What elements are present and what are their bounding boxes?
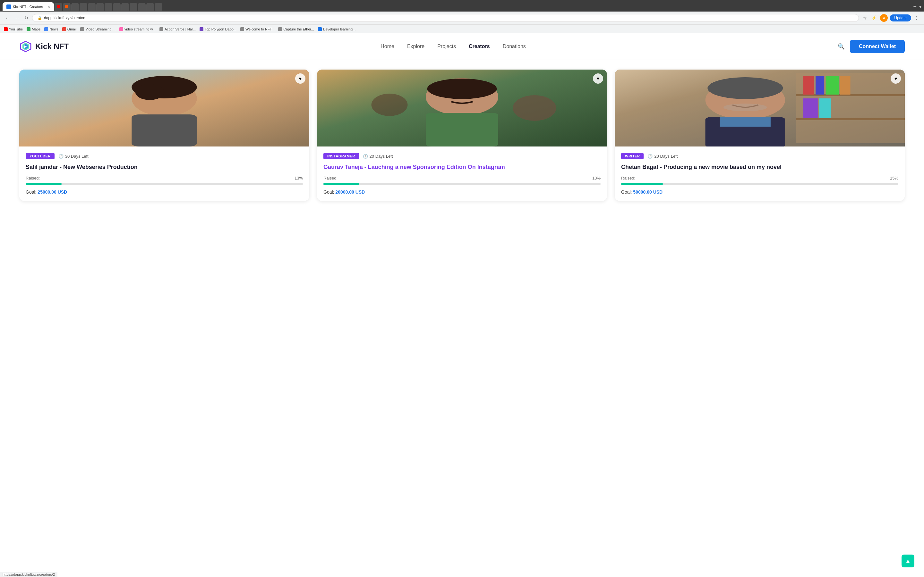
cards-section: ♥ YOUTUBER 🕐 30 Days Left Salil jamdar -… bbox=[0, 60, 924, 211]
svg-point-14 bbox=[427, 79, 497, 99]
tab-item[interactable] bbox=[155, 3, 162, 11]
creator-card-1: ♥ YOUTUBER 🕐 30 Days Left Salil jamdar -… bbox=[19, 69, 309, 201]
tab-title: KickNFT - Creators bbox=[13, 5, 45, 9]
scroll-to-top-button[interactable]: ▲ bbox=[901, 554, 914, 567]
nav-home[interactable]: Home bbox=[381, 44, 394, 49]
active-tab[interactable]: KickNFT - Creators ✕ bbox=[3, 2, 54, 11]
card-title-2[interactable]: Gaurav Taneja - Lauching a new Sponsorin… bbox=[323, 163, 601, 171]
clock-icon-2: 🕐 bbox=[363, 154, 368, 159]
nav-links: Home Explore Projects Creators Donations bbox=[381, 44, 526, 49]
raised-percent-1: 13% bbox=[294, 176, 303, 181]
bookmark-label: Action Verbs | Har... bbox=[165, 27, 196, 31]
tab-item[interactable] bbox=[121, 3, 129, 11]
tab-item[interactable] bbox=[129, 3, 137, 11]
bookmark-news[interactable]: News bbox=[44, 27, 58, 31]
card-heart-2[interactable]: ♥ bbox=[593, 73, 603, 84]
extensions-button[interactable]: ⚡ bbox=[870, 14, 878, 22]
svg-rect-21 bbox=[816, 76, 824, 95]
tab-item[interactable] bbox=[71, 3, 79, 11]
bookmark-action[interactable]: Action Verbs | Har... bbox=[160, 27, 196, 31]
bookmark-label: Top Polygon Dapp... bbox=[205, 27, 236, 31]
nav-projects[interactable]: Projects bbox=[437, 44, 456, 49]
creator-card-3: ♥ WRITER 🕐 20 Days Left Chetan Bagat - P… bbox=[615, 69, 905, 201]
svg-rect-22 bbox=[826, 76, 839, 95]
tab-item[interactable] bbox=[63, 3, 71, 11]
bookmark-video2[interactable]: video streaming w... bbox=[120, 27, 156, 31]
tab-item[interactable] bbox=[96, 3, 104, 11]
nav-explore[interactable]: Explore bbox=[407, 44, 425, 49]
tab-item[interactable] bbox=[105, 3, 112, 11]
card-body-1: YOUTUBER 🕐 30 Days Left Salil jamdar - N… bbox=[19, 147, 309, 201]
tab-item[interactable] bbox=[113, 3, 121, 11]
raised-label-3: Raised: bbox=[621, 176, 635, 181]
back-button[interactable]: ← bbox=[4, 14, 11, 22]
card-image-1: ♥ bbox=[19, 69, 309, 147]
tab-item[interactable] bbox=[79, 3, 87, 11]
card-body-3: WRITER 🕐 20 Days Left Chetan Bagat - Pro… bbox=[615, 147, 905, 201]
tab-item[interactable] bbox=[88, 3, 95, 11]
goal-text-1: Goal: 25000.00 USD bbox=[26, 189, 303, 195]
raised-row-2: Raised: 13% bbox=[323, 176, 601, 181]
tab-item[interactable] bbox=[138, 3, 145, 11]
creator-card-2: ♥ INSTAGRAMER 🕐 20 Days Left Gaurav Tane… bbox=[317, 69, 607, 201]
progress-fill-3 bbox=[621, 183, 663, 185]
bookmark-polygon[interactable]: Top Polygon Dapp... bbox=[200, 27, 236, 31]
bookmark-video1[interactable]: Video Streaming.... bbox=[80, 27, 115, 31]
new-tab-button[interactable]: + bbox=[911, 3, 919, 10]
raised-label-1: Raised: bbox=[26, 176, 40, 181]
card-tags-3: WRITER 🕐 20 Days Left bbox=[621, 153, 898, 159]
svg-point-11 bbox=[372, 93, 408, 116]
update-button[interactable]: Update bbox=[890, 15, 911, 21]
card-photo-1 bbox=[19, 69, 309, 147]
refresh-button[interactable]: ↻ bbox=[23, 14, 29, 22]
forward-button[interactable]: → bbox=[13, 14, 21, 22]
connect-wallet-button[interactable]: Connect Wallet bbox=[850, 40, 905, 53]
tab-close-btn[interactable]: ✕ bbox=[47, 5, 50, 9]
card-tag-youtuber: YOUTUBER bbox=[26, 153, 55, 159]
svg-point-8 bbox=[136, 84, 164, 100]
bookmark-label: Welcome to NFT... bbox=[246, 27, 274, 31]
bookmark-maps[interactable]: Maps bbox=[27, 27, 40, 31]
card-heart-3[interactable]: ♥ bbox=[891, 73, 901, 84]
profile-avatar[interactable]: A bbox=[880, 14, 888, 22]
progress-bar-1 bbox=[26, 183, 303, 185]
svg-rect-24 bbox=[803, 98, 818, 118]
bookmark-label: Gmail bbox=[67, 27, 77, 31]
tab-item[interactable] bbox=[146, 3, 154, 11]
card-photo-2 bbox=[317, 69, 607, 147]
nav-donations[interactable]: Donations bbox=[503, 44, 526, 49]
progress-bar-2 bbox=[323, 183, 601, 185]
chrome-menu-button[interactable]: ⋮ bbox=[913, 14, 920, 22]
tab-item[interactable] bbox=[55, 3, 62, 11]
bookmark-capture[interactable]: Capture the Ether... bbox=[278, 27, 314, 31]
bookmark-favicon bbox=[278, 27, 282, 31]
bookmark-button[interactable]: ☆ bbox=[861, 14, 868, 22]
card-title-3: Chetan Bagat - Producing a new movie bas… bbox=[621, 163, 898, 171]
raised-percent-3: 15% bbox=[890, 176, 898, 181]
svg-rect-20 bbox=[803, 76, 814, 95]
bookmark-label: video streaming w... bbox=[124, 27, 156, 31]
address-bar[interactable]: 🔒 dapp.kicknft.xyz/creators bbox=[32, 14, 859, 22]
bookmark-gmail[interactable]: Gmail bbox=[62, 27, 77, 31]
raised-percent-2: 13% bbox=[592, 176, 601, 181]
svg-rect-13 bbox=[426, 113, 498, 147]
tab-menu-button[interactable]: ▾ bbox=[919, 4, 921, 9]
bookmark-label: Maps bbox=[32, 27, 40, 31]
bookmark-favicon bbox=[44, 27, 48, 31]
raised-row-1: Raised: 13% bbox=[26, 176, 303, 181]
card-heart-1[interactable]: ♥ bbox=[295, 73, 305, 84]
bookmark-dev[interactable]: Developer learning... bbox=[318, 27, 356, 31]
svg-point-30 bbox=[724, 103, 767, 111]
bookmark-youtube[interactable]: YouTube bbox=[4, 27, 23, 31]
progress-fill-2 bbox=[323, 183, 359, 185]
bookmark-favicon bbox=[240, 27, 244, 31]
bookmark-nft[interactable]: Welcome to NFT... bbox=[240, 27, 274, 31]
address-bar-row: ← → ↻ 🔒 dapp.kicknft.xyz/creators ☆ ⚡ A … bbox=[0, 11, 924, 24]
bookmarks-bar: YouTube Maps News Gmail Video Streaming.… bbox=[0, 24, 924, 33]
card-image-2: ♥ bbox=[317, 69, 607, 147]
bookmark-label: Capture the Ether... bbox=[283, 27, 314, 31]
search-icon[interactable]: 🔍 bbox=[838, 43, 845, 50]
logo[interactable]: ▶ Kick NFT bbox=[19, 40, 69, 53]
goal-text-2: Goal: 20000.00 USD bbox=[323, 189, 601, 195]
nav-creators[interactable]: Creators bbox=[469, 44, 490, 49]
